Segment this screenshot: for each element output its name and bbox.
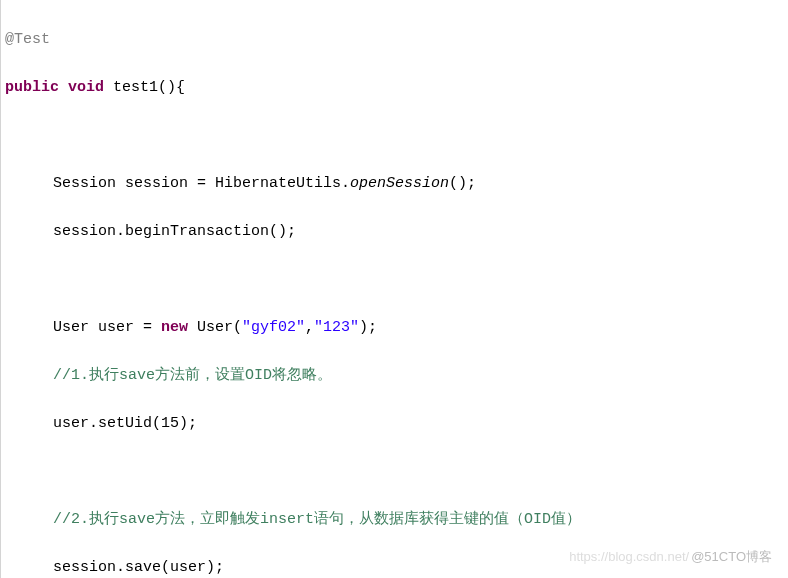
blank-line [5,460,788,484]
method-params: () [158,79,176,96]
blank-line [5,124,788,148]
line-user-new: User user = new User("gyf02","123"); [5,316,788,340]
line-comment-1: //1.执行save方法前，设置OID将忽略。 [5,364,788,388]
watermark: https://blog.csdn.net/@51CTO博客 [569,547,772,568]
kw-public: public [5,79,59,96]
watermark-text: @51CTO博客 [691,549,772,564]
kw-void: void [68,79,104,96]
open-brace: { [176,79,185,96]
line-method-decl: public void test1(){ [5,76,788,100]
watermark-url: https://blog.csdn.net/ [569,549,689,564]
open-session: openSession [350,175,449,192]
kw-new: new [161,319,188,336]
line-setuid: user.setUid(15); [5,412,788,436]
line-begin-tx: session.beginTransaction(); [5,220,788,244]
method-name: test1 [113,79,158,96]
line-comment-2: //2.执行save方法，立即触发insert语句，从数据库获得主键的值（OID… [5,508,788,532]
str-gyf02: "gyf02" [242,319,305,336]
line-session-open: Session session = HibernateUtils.openSes… [5,172,788,196]
code-block: @Test public void test1(){ Session sessi… [0,0,788,578]
annotation-test: @Test [5,31,50,48]
blank-line [5,268,788,292]
line-annotation: @Test [5,28,788,52]
str-123: "123" [314,319,359,336]
